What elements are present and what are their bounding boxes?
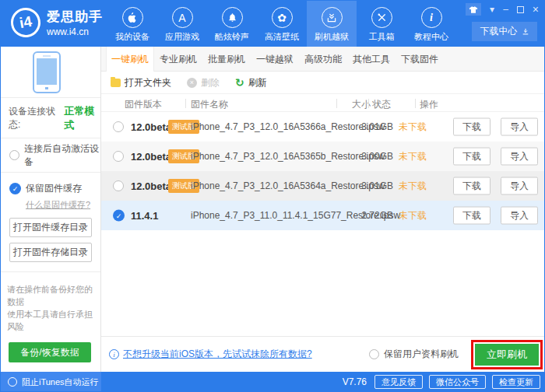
check-update-button[interactable]: 检查更新 (492, 375, 540, 389)
download-icon (522, 28, 529, 36)
block-itunes-radio[interactable] (8, 377, 17, 387)
status-badge: 未下载 (399, 180, 427, 193)
iphone-icon (33, 51, 61, 93)
header: i4 爱思助手 www.i4.cn 我的设备 A 应用游戏 酷炫铃声 ✿ 高清壁… (0, 0, 545, 47)
nav-item-wallpapers[interactable]: ✿ 高清壁纸 (257, 0, 307, 47)
keep-cache-checkbox[interactable]: ✓ (9, 183, 21, 194)
skin-icon[interactable] (466, 3, 481, 16)
auto-activate-label: 连接后自动激活设备 (24, 142, 100, 169)
row-selected-check-icon[interactable]: ✓ (113, 210, 125, 222)
import-button[interactable]: 导入 (501, 118, 538, 136)
download-button[interactable]: 下载 (453, 207, 490, 225)
minimize-icon[interactable]: – (503, 4, 508, 15)
block-itunes-label: 阻止iTunes自动运行 (22, 376, 99, 388)
main-nav: 我的设备 A 应用游戏 酷炫铃声 ✿ 高清壁纸 刷机越狱 工具箱 (107, 0, 456, 47)
what-is-cache-link[interactable]: 什么是固件缓存? (26, 199, 90, 211)
backup-restore-button[interactable]: 备份/恢复数据 (9, 342, 91, 362)
col-firmware-name: 固件名称 (191, 98, 228, 111)
firmware-toolbar: 打开文件夹 × 删除 ↻ 刷新 (101, 72, 545, 93)
firmware-size: 2.72GB (358, 210, 393, 221)
download-button[interactable]: 下载 (453, 118, 490, 136)
download-button[interactable]: 下载 (453, 148, 490, 166)
nav-item-apps[interactable]: A 应用游戏 (157, 0, 207, 47)
import-button[interactable]: 导入 (501, 207, 538, 225)
feedback-button[interactable]: 意见反馈 (374, 375, 423, 389)
app-title: 爱思助手 (47, 8, 103, 26)
status-bar: 阻止iTunes自动运行 V7.76 意见反馈 微信公众号 检查更新 (0, 372, 545, 392)
flash-now-button[interactable]: 立即刷机 (475, 344, 539, 366)
nav-item-ringtones[interactable]: 酷炫铃声 (207, 0, 257, 47)
close-icon[interactable]: × (533, 4, 539, 15)
table-header: 固件版本 固件名称 大小 状态 操作 (101, 93, 545, 112)
info-circle-icon: i (109, 349, 119, 359)
erase-data-tip-link[interactable]: 不想升级当前iOS版本，先试试抹除所有数据? (123, 348, 312, 361)
tab-advanced[interactable]: 高级功能 (299, 47, 347, 72)
nav-item-flash-jailbreak[interactable]: 刷机越狱 (307, 0, 357, 47)
tab-other-tools[interactable]: 其他工具 (347, 47, 396, 72)
maximize-icon[interactable] (517, 6, 524, 13)
auto-activate-radio[interactable] (9, 150, 19, 160)
firmware-size: 3.01GB (358, 180, 393, 191)
folder-icon (111, 79, 121, 87)
app-url: www.i4.cn (47, 26, 103, 37)
table-row[interactable]: 12.0beta12 测试版 iPhone_4.7_P3_12.0_16A536… (101, 112, 545, 142)
delete-label: 删除 (201, 76, 220, 89)
device-status-label: 设备连接状态: (9, 105, 61, 131)
backup-warning-line1: 请在操作前备份好您的数据 (7, 283, 93, 308)
row-select-radio[interactable] (113, 121, 124, 132)
table-row-selected[interactable]: ✓ 11.4.1 iPhone_4.7_P3_11.0_11.4.1_15G77… (101, 201, 545, 230)
nav-item-toolbox[interactable]: 工具箱 (357, 0, 406, 47)
import-button[interactable]: 导入 (501, 177, 538, 195)
nav-label: 应用游戏 (165, 31, 199, 43)
open-folder-button[interactable]: 打开文件夹 (111, 76, 171, 89)
status-badge: 未下载 (399, 150, 427, 163)
open-cache-dir-button[interactable]: 打开固件缓存目录 (9, 218, 92, 237)
nav-item-my-device[interactable]: 我的设备 (107, 0, 157, 47)
menu-chevron-icon[interactable]: ▾ (490, 4, 494, 15)
import-button[interactable]: 导入 (501, 148, 538, 166)
keep-user-data-radio[interactable] (369, 349, 379, 359)
table-row[interactable]: 12.0beta10 测试版 iPhone_4.7_P3_12.0_16A536… (101, 171, 545, 201)
refresh-button[interactable]: ↻ 刷新 (235, 76, 267, 89)
tab-one-key-flash[interactable]: 一键刷机 (106, 47, 154, 72)
divider (368, 99, 369, 108)
firmware-name: iPhone_4.7_P3_12.0_16A5365b_Restore.ipsw (191, 151, 385, 162)
download-center-button[interactable]: 下载中心 (472, 22, 537, 41)
device-status-value: 正常模式 (64, 104, 100, 132)
i4-logo-icon: i4 (9, 5, 43, 40)
tab-batch-flash[interactable]: 批量刷机 (202, 47, 251, 72)
nav-label: 我的设备 (115, 31, 149, 43)
tab-one-key-jailbreak[interactable]: 一键越狱 (251, 47, 299, 72)
nav-label: 酷炫铃声 (215, 31, 249, 43)
tab-pro-flash[interactable]: 专业刷机 (154, 47, 202, 72)
window-controls: ▾ – × (466, 3, 539, 16)
firmware-name: iPhone_4.7_P3_12.0_16A5366a_Restore.ipsw (191, 121, 385, 132)
table-row[interactable]: 12.0beta11 测试版 iPhone_4.7_P3_12.0_16A536… (101, 142, 545, 171)
delete-button[interactable]: × 删除 (187, 76, 220, 89)
app-logo: i4 爱思助手 www.i4.cn (11, 8, 103, 37)
appstore-icon: A (172, 7, 193, 28)
wechat-button[interactable]: 微信公众号 (429, 375, 486, 389)
apple-icon (122, 7, 143, 28)
nav-label: 刷机越狱 (315, 31, 349, 43)
keep-cache-label: 保留固件缓存 (26, 182, 82, 195)
delete-icon: × (187, 78, 197, 88)
firmware-version: 11.4.1 (131, 210, 158, 222)
download-button[interactable]: 下载 (453, 177, 490, 195)
divider (336, 99, 337, 108)
open-storage-dir-button[interactable]: 打开固件存储目录 (9, 243, 92, 262)
refresh-label: 刷新 (248, 76, 267, 89)
device-section (0, 47, 100, 98)
main-panel: 一键刷机 专业刷机 批量刷机 一键越狱 高级功能 其他工具 下载固件 打开文件夹… (101, 47, 545, 372)
row-select-radio[interactable] (113, 180, 124, 191)
col-status: 状态 (372, 98, 391, 111)
divider (415, 99, 416, 108)
tab-download-firmware[interactable]: 下载固件 (396, 47, 444, 72)
sidebar: 设备连接状态: 正常模式 连接后自动激活设备 ✓ 保留固件缓存 什么是固件缓存?… (0, 47, 101, 372)
keep-user-data-label: 保留用户资料刷机 (384, 348, 459, 361)
flower-icon: ✿ (272, 7, 293, 28)
backup-warning-line2: 使用本工具请自行承担风险 (7, 308, 93, 333)
nav-item-tutorials[interactable]: i 教程中心 (406, 0, 456, 47)
row-select-radio[interactable] (113, 151, 124, 162)
firmware-size: 3.01GB (358, 121, 393, 132)
